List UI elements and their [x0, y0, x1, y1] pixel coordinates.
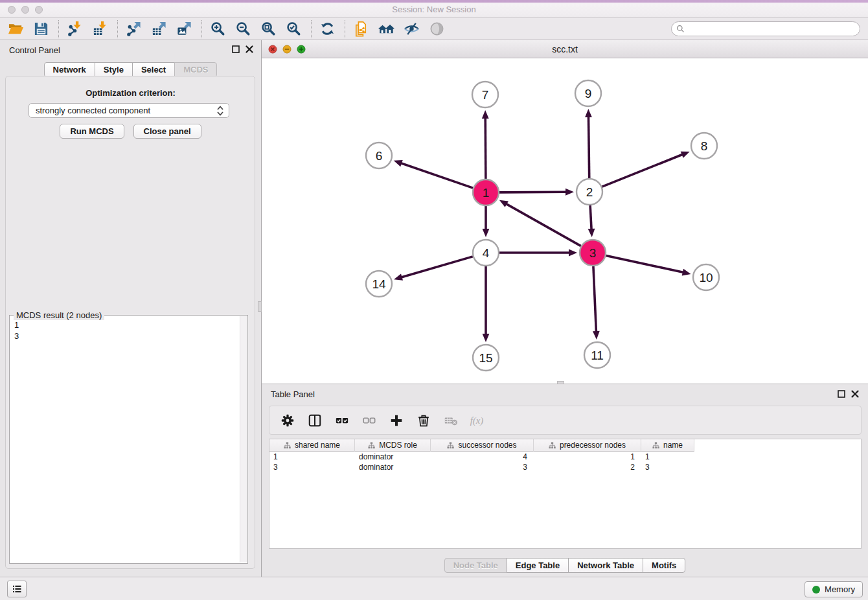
node-label-4: 4: [483, 246, 490, 260]
run-mcds-button[interactable]: Run MCDS: [60, 124, 124, 139]
main-toolbar: [0, 18, 868, 40]
network-graph[interactable]: 1234678910111415: [262, 58, 868, 384]
column-header-predecessor-nodes[interactable]: predecessor nodes: [534, 439, 641, 452]
edge-arrowhead: [394, 160, 403, 167]
table-header-row: shared nameMCDS rolesuccessor nodesprede…: [269, 439, 861, 452]
close-panel-button[interactable]: Close panel: [133, 124, 201, 139]
edge-arrowhead: [681, 152, 690, 158]
copy-network-document-icon[interactable]: [352, 20, 370, 38]
edge-3-1[interactable]: [505, 203, 580, 246]
float-table-panel-icon[interactable]: [838, 390, 845, 398]
mcds-result-text[interactable]: 1 3: [12, 317, 238, 561]
export-network-icon[interactable]: [124, 20, 143, 38]
node-label-3: 3: [589, 246, 597, 260]
memory-label: Memory: [825, 584, 855, 594]
search-input[interactable]: [685, 23, 860, 35]
window-accent-strip: [0, 0, 868, 3]
edge-1-6[interactable]: [400, 163, 473, 188]
float-panel-icon[interactable]: [232, 45, 240, 53]
control-panel: Control Panel NetworkStyleSelectMCDS Opt…: [0, 40, 262, 577]
function-fx-icon: f(x): [469, 411, 487, 430]
edge-3-10[interactable]: [606, 255, 684, 272]
network-canvas[interactable]: 1234678910111415: [262, 58, 868, 384]
refresh-arrows-icon[interactable]: [318, 20, 336, 38]
table-row[interactable]: 3dominator323: [269, 462, 861, 472]
status-bar: Memory: [0, 577, 868, 600]
cell-successor-nodes: 3: [431, 462, 534, 472]
close-table-panel-icon[interactable]: [851, 390, 859, 398]
tab-node-table[interactable]: Node Table: [444, 558, 507, 573]
memory-button[interactable]: Memory: [805, 581, 863, 597]
zoom-out-magnifier-icon[interactable]: [234, 20, 252, 38]
edge-3-11[interactable]: [593, 266, 597, 332]
plus-icon[interactable]: [387, 411, 405, 430]
table-panel: Table Panel f(x) shared nameMCDS rolesuc…: [262, 384, 868, 577]
toolbar-separator: [311, 20, 312, 38]
node-label-1: 1: [483, 186, 490, 200]
tab-style[interactable]: Style: [95, 62, 133, 77]
hierarchy-icon: [652, 442, 659, 449]
column-header-name[interactable]: name: [641, 439, 694, 452]
edge-2-8[interactable]: [602, 154, 683, 187]
search-box[interactable]: [671, 21, 860, 36]
export-table-icon[interactable]: [150, 20, 168, 38]
network-window-titlebar[interactable]: scc.txt: [262, 40, 868, 58]
edge-2-9[interactable]: [588, 116, 589, 178]
cell-predecessor-nodes: 1: [534, 452, 641, 462]
optimization-label: Optimization criterion:: [0, 88, 261, 98]
optimization-value: strongly connected component: [36, 106, 150, 115]
zoom-in-magnifier-icon[interactable]: [209, 20, 227, 38]
tab-edge-table[interactable]: Edge Table: [507, 558, 569, 573]
node-label-15: 15: [479, 351, 492, 365]
tab-select[interactable]: Select: [132, 62, 175, 77]
gear-icon[interactable]: [279, 411, 297, 430]
node-label-9: 9: [585, 87, 592, 100]
edge-arrowhead: [593, 331, 600, 340]
table-row[interactable]: 1dominator411: [269, 452, 861, 462]
trash-icon[interactable]: [415, 411, 433, 430]
check-all-icon[interactable]: [333, 411, 351, 430]
export-image-icon[interactable]: [175, 20, 193, 38]
import-table-icon[interactable]: [91, 20, 109, 38]
application-window: Session: New Session Control Panel Netwo…: [0, 0, 868, 600]
close-panel-icon[interactable]: [246, 45, 253, 53]
tab-motifs[interactable]: Motifs: [643, 558, 685, 573]
list-icon: [11, 583, 23, 595]
edge-arrowhead: [394, 273, 403, 280]
toolbar-separator: [117, 20, 118, 38]
task-history-button[interactable]: [7, 581, 27, 597]
node-table[interactable]: shared nameMCDS rolesuccessor nodesprede…: [269, 439, 862, 549]
tab-mcds[interactable]: MCDS: [174, 62, 217, 77]
edge-arrowhead: [682, 269, 691, 276]
open-folder-icon[interactable]: [6, 20, 25, 38]
tab-network-table[interactable]: Network Table: [568, 558, 643, 573]
columns-icon[interactable]: [306, 411, 324, 430]
hierarchy-icon: [368, 442, 375, 449]
zoom-check-magnifier-icon[interactable]: [284, 20, 303, 38]
control-panel-tabs: NetworkStyleSelectMCDS: [0, 62, 261, 77]
edge-2-3[interactable]: [590, 205, 591, 230]
table-panel-title: Table Panel: [271, 389, 315, 399]
dropdown-stepper-icon: [215, 105, 225, 117]
zoom-fit-magnifier-icon[interactable]: [259, 20, 277, 38]
tab-network[interactable]: Network: [44, 62, 95, 77]
houses-icon[interactable]: [377, 20, 395, 38]
node-label-6: 6: [376, 149, 383, 163]
column-header-successor-nodes[interactable]: successor nodes: [431, 439, 534, 452]
column-header-mcds-role[interactable]: MCDS role: [355, 439, 431, 452]
gray-sphere-icon[interactable]: [428, 20, 446, 38]
node-label-11: 11: [591, 349, 604, 362]
mcds-result-scrollbar[interactable]: [240, 316, 247, 562]
edge-1-7[interactable]: [485, 117, 486, 179]
import-network-icon[interactable]: [65, 20, 84, 38]
optimization-dropdown[interactable]: strongly connected component: [29, 103, 229, 118]
uncheck-all-icon[interactable]: [360, 411, 378, 430]
edge-1-2[interactable]: [499, 192, 567, 192]
edge-arrowhead: [565, 189, 574, 196]
column-header-shared-name[interactable]: shared name: [269, 439, 355, 452]
eye-slash-icon[interactable]: [402, 20, 420, 38]
cell-shared-name: 1: [269, 452, 355, 462]
table-delete-icon: [442, 411, 460, 430]
edge-4-14[interactable]: [401, 257, 473, 277]
save-floppy-icon[interactable]: [32, 20, 50, 38]
